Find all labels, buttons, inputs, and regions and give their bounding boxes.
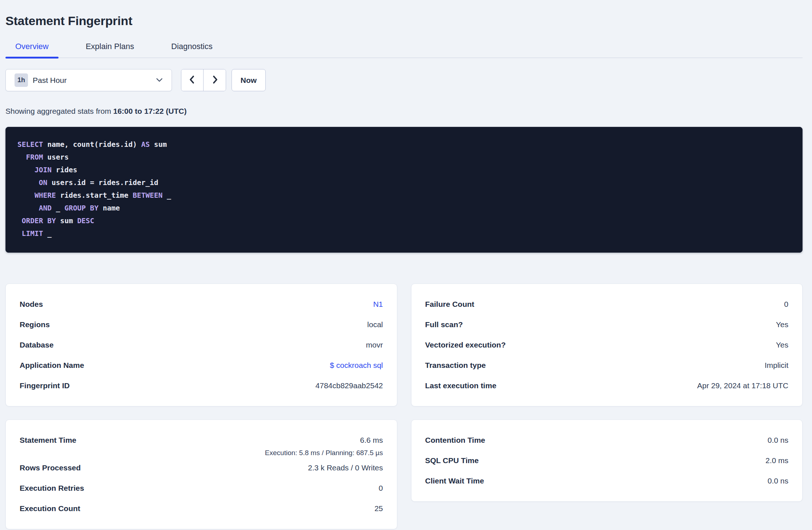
chevron-down-icon: [156, 78, 163, 83]
time-range-label: Past Hour: [33, 76, 67, 85]
sql-line: JOIN rides: [17, 164, 795, 176]
sql-line: ON users.id = rides.rider_id: [17, 176, 795, 189]
wait-timing-card: Contention Time0.0 nsSQL CPU Time2.0 msC…: [411, 419, 803, 502]
stat-value: 25: [374, 504, 383, 513]
stat-value: 2.3 k Reads / 0 Writes: [308, 463, 383, 472]
stat-row: Statement Time6.6 msExecution: 5.8 ms / …: [20, 430, 383, 458]
stat-label: Full scan?: [425, 320, 463, 329]
stat-row: Application Name$ cockroach sql: [20, 355, 383, 376]
stat-value: 0: [784, 300, 788, 309]
stat-value: 0: [379, 484, 383, 493]
sql-line: LIMIT _: [17, 227, 795, 240]
stat-row: SQL CPU Time2.0 ms: [425, 450, 789, 471]
stat-label: Last execution time: [425, 381, 497, 390]
sql-line: SELECT name, count(rides.id) AS sum: [17, 138, 795, 151]
stat-row: Regionslocal: [20, 314, 383, 335]
statement-details-card: NodesN1RegionslocalDatabasemovrApplicati…: [5, 284, 397, 406]
stat-row: Vectorized execution?Yes: [425, 335, 789, 355]
summary-cards: NodesN1RegionslocalDatabasemovrApplicati…: [5, 284, 803, 529]
stat-label: Transaction type: [425, 361, 486, 370]
stat-label: Failure Count: [425, 300, 474, 309]
summary-time-range: 16:00 to 17:22 (UTC): [113, 107, 187, 115]
stat-value: 4784cb829aab2542: [315, 381, 383, 390]
stat-row: Failure Count0: [425, 294, 789, 314]
stat-value-link[interactable]: $ cockroach sql: [330, 361, 383, 370]
stat-value: Implicit: [765, 361, 788, 370]
tab-diagnostics[interactable]: Diagnostics: [161, 37, 222, 57]
stat-subvalue: Execution: 5.8 ms / Planning: 687.5 µs: [265, 448, 383, 458]
time-interval-badge: 1h: [15, 73, 28, 87]
aggregated-stats-summary: Showing aggregated stats from 16:00 to 1…: [5, 107, 803, 116]
statement-fingerprint-page: Statement Fingerprint Overview Explain P…: [0, 0, 812, 529]
sql-line: FROM users: [17, 151, 795, 164]
stat-value: 0.0 ns: [768, 436, 788, 445]
tab-overview[interactable]: Overview: [5, 37, 59, 57]
stat-row: Rows Processed2.3 k Reads / 0 Writes: [20, 458, 383, 478]
stat-label: Contention Time: [425, 436, 485, 445]
stat-row: Execution Retries0: [20, 478, 383, 498]
stat-label: Rows Processed: [20, 463, 81, 472]
chevron-right-icon: [210, 75, 219, 86]
stat-row: Contention Time0.0 ns: [425, 430, 789, 450]
tab-explain-plans[interactable]: Explain Plans: [76, 37, 144, 57]
stat-value: local: [367, 320, 383, 329]
stat-row: Transaction typeImplicit: [425, 355, 789, 376]
stat-value: Apr 29, 2024 at 17:18 UTC: [697, 381, 788, 390]
stat-label: Nodes: [20, 300, 43, 309]
stat-label: Statement Time: [20, 430, 76, 450]
summary-prefix: Showing aggregated stats from: [5, 107, 113, 115]
time-window-stepper: [181, 69, 226, 91]
previous-window-button[interactable]: [181, 69, 204, 91]
stat-label: Vectorized execution?: [425, 341, 506, 349]
stat-row: NodesN1: [20, 294, 383, 314]
stat-value: 6.6 ms: [265, 430, 383, 450]
stat-row: Full scan?Yes: [425, 314, 789, 335]
stat-label: Database: [20, 341, 53, 349]
stat-label: Client Wait Time: [425, 477, 484, 485]
stat-value: 2.0 ms: [765, 456, 788, 465]
tab-bar: Overview Explain Plans Diagnostics: [5, 37, 803, 58]
time-controls: 1h Past Hour: [5, 69, 803, 91]
stat-row: Databasemovr: [20, 335, 383, 355]
statement-timing-card: Statement Time6.6 msExecution: 5.8 ms / …: [5, 419, 397, 529]
stat-value-link[interactable]: N1: [373, 300, 383, 309]
execution-attributes-card: Failure Count0Full scan?YesVectorized ex…: [411, 284, 803, 406]
stat-label: Regions: [20, 320, 50, 329]
stat-value: Yes: [776, 341, 788, 349]
stat-value: movr: [366, 341, 383, 349]
stat-label: Application Name: [20, 361, 84, 370]
stat-row: Client Wait Time0.0 ns: [425, 471, 789, 491]
stat-row: Fingerprint ID4784cb829aab2542: [20, 376, 383, 396]
sql-line: WHERE rides.start_time BETWEEN _: [17, 189, 795, 202]
next-window-button[interactable]: [204, 69, 226, 91]
stat-value: 0.0 ns: [768, 477, 788, 485]
stat-value: Yes: [776, 320, 788, 329]
stat-row: Execution Count25: [20, 498, 383, 519]
sql-statement-box: SELECT name, count(rides.id) AS sum FROM…: [5, 127, 803, 253]
time-range-dropdown[interactable]: 1h Past Hour: [5, 69, 172, 91]
sql-line: ORDER BY sum DESC: [17, 214, 795, 227]
stat-label: Execution Count: [20, 504, 80, 513]
page-title: Statement Fingerprint: [5, 0, 803, 28]
now-button[interactable]: Now: [232, 69, 266, 91]
stat-label: SQL CPU Time: [425, 456, 479, 465]
stat-row: Last execution timeApr 29, 2024 at 17:18…: [425, 376, 789, 396]
stat-label: Fingerprint ID: [20, 381, 70, 390]
chevron-left-icon: [188, 75, 197, 86]
stat-label: Execution Retries: [20, 484, 84, 493]
sql-line: AND _ GROUP BY name: [17, 202, 795, 214]
